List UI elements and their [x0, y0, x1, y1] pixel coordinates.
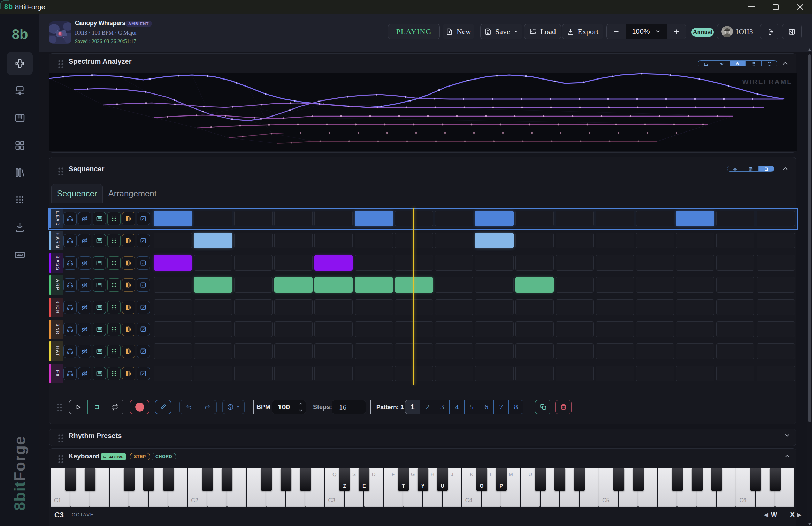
svg-text:WIREFRAME: WIREFRAME — [742, 78, 792, 85]
